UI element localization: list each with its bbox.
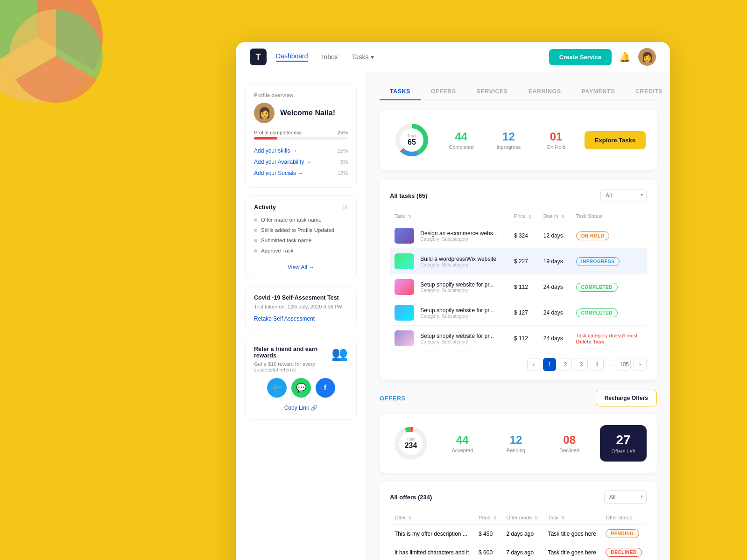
offers-filter-wrap: All Pending Accepted Declined ▾ (604, 490, 647, 504)
create-service-button[interactable]: Create Service (549, 49, 612, 65)
view-all-link[interactable]: View All → (288, 264, 314, 271)
activity-dot (254, 229, 257, 232)
pagination-page-1[interactable]: 1 (543, 358, 556, 371)
pagination-page-3[interactable]: 3 (575, 358, 588, 371)
tab-tasks[interactable]: TASKS (380, 84, 421, 100)
pagination-page-2[interactable]: 2 (559, 358, 572, 371)
offers-header-row: Offer ⇅ Price ⇅ Offer made ⇅ Task ⇅ Offe… (390, 511, 647, 525)
tab-services[interactable]: SERVICES (466, 84, 518, 100)
covid-card: Covid -19 Self-Assesment Test Test taken… (245, 287, 357, 330)
main-window: T Dashboard Inbox Tasks ▾ Create Service… (236, 42, 670, 560)
offers-table-head: Offer ⇅ Price ⇅ Offer made ⇅ Task ⇅ Offe… (390, 511, 647, 525)
offers-table-body: This is my offer description ... $ 450 2… (390, 525, 647, 560)
pagination-page-105[interactable]: 105 (618, 358, 631, 371)
task-error-text: Task category doesn't exist (576, 333, 638, 338)
offers-stats-row: Total 234 44 Accepted 12 Pending 08 (380, 414, 657, 473)
all-tasks-title: All tasks (65) (390, 192, 427, 199)
offers-donut-total-text: Total (405, 437, 417, 441)
activity-title-row: Activity ⊟ (254, 203, 348, 210)
declined-num: 08 (546, 434, 592, 447)
refer-subtitle: Get a $10 reward for every successful re… (254, 361, 331, 372)
task-price-4: $ 112 (509, 326, 539, 351)
nav-inbox[interactable]: Inbox (322, 53, 338, 61)
bell-icon[interactable]: 🔔 (619, 51, 631, 63)
stat-completed: 44 Completed (442, 130, 480, 150)
task-cell: Design an e-commerce webs... Category: S… (390, 223, 509, 249)
table-row: Setup shopify website for pr... Category… (390, 326, 647, 351)
refer-text: Refer a friend and earn rewards Get a $1… (254, 346, 331, 378)
offers-filter-select[interactable]: All Pending Accepted Declined (604, 490, 647, 504)
offers-stat-declined: 08 Declined (546, 434, 592, 453)
task-price-3: $ 127 (509, 300, 539, 326)
facebook-button[interactable]: f (316, 378, 335, 398)
add-skills-link[interactable]: Add your skills → (254, 147, 297, 154)
refer-header: Refer a friend and earn rewards Get a $1… (254, 346, 348, 378)
offer-badge-declined: DECLINED (606, 548, 641, 557)
add-availability-link[interactable]: Add your Availability → (254, 159, 311, 165)
onhold-label: On Hold (537, 144, 575, 150)
whatsapp-button[interactable]: 💬 (291, 378, 311, 398)
col-offer-price: Price ⇅ (474, 511, 501, 525)
task-info: Design an e-commerce webs... Category: S… (420, 230, 497, 242)
offers-left-label: Offers Left (610, 448, 636, 454)
tasks-filter-select[interactable]: All On Hold Inprogress Completed (600, 189, 647, 202)
nav-dashboard[interactable]: Dashboard (276, 52, 308, 62)
recharge-offers-button[interactable]: Recharge Offers (596, 390, 657, 406)
twitter-button[interactable]: 🐦 (267, 378, 287, 398)
activity-dot (254, 249, 257, 252)
delete-task-link[interactable]: Delete Task (576, 339, 642, 344)
task-due-4: 24 days (539, 326, 571, 351)
nav-actions: Create Service 🔔 👩 (549, 48, 656, 66)
copy-link-row: Copy Link 🔗 (254, 403, 348, 412)
add-socials-link[interactable]: Add your Socials → (254, 170, 303, 176)
task-category: Category: Subcategory (420, 262, 496, 267)
filter-icon[interactable]: ⊟ (342, 203, 348, 210)
refer-illustration: 👥 (331, 346, 348, 361)
status-badge-inprogress: INPROGRESS (576, 257, 620, 266)
pagination-page-4[interactable]: 4 (591, 358, 604, 371)
copy-link-button[interactable]: Copy Link 🔗 (284, 405, 318, 411)
pagination-next[interactable]: › (634, 358, 647, 371)
offer-desc-1: It has limited characters and it (390, 543, 474, 560)
pending-label: Pending (493, 448, 539, 453)
tasks-table-body: Design an e-commerce webs... Category: S… (390, 223, 647, 351)
refer-title: Refer a friend and earn rewards (254, 346, 331, 359)
declined-label: Declined (546, 448, 592, 453)
table-row: Setup shopify website for pr... Category… (390, 300, 647, 326)
refer-card: Refer a friend and earn rewards Get a $1… (245, 338, 357, 420)
activity-text-2: Submitted task name (261, 238, 311, 243)
retake-link[interactable]: Retake Self Assessment → (254, 315, 322, 322)
chevron-down-icon: ▾ (371, 53, 374, 61)
task-thumbnail (395, 305, 414, 321)
activity-item-3: Approve Task (254, 248, 348, 253)
tab-offers[interactable]: OFFERS (421, 84, 466, 100)
nav-tasks[interactable]: Tasks ▾ (352, 53, 374, 61)
avatar[interactable]: 👩 (638, 48, 656, 66)
activity-text-1: Skills added to Profile Updated (261, 227, 334, 233)
list-item: This is my offer description ... $ 450 2… (390, 525, 647, 543)
tab-credits[interactable]: CREDITS (625, 84, 670, 100)
col-offer-task: Task ⇅ (543, 511, 601, 525)
progress-bar-fill (254, 137, 277, 140)
table-row: Design an e-commerce webs... Category: S… (390, 223, 647, 249)
socials-pct: 12% (338, 170, 348, 176)
tab-payments[interactable]: PAYMENTS (571, 84, 625, 100)
offers-section-title: OFFERS (380, 395, 406, 402)
col-offer-status: Offer status (601, 511, 647, 525)
tab-earnings[interactable]: EARNINGS (518, 84, 571, 100)
task-cell: Setup shopify website for pr... Category… (390, 300, 509, 326)
task-name: Setup shopify website for pr... (420, 333, 493, 339)
status-badge-completed: COMPLETED (576, 283, 618, 292)
task-info: Setup shopify website for pr... Category… (420, 333, 493, 344)
stat-inprogress: 12 Inprogress (490, 130, 528, 150)
tasks-stats-row: Total 65 44 Completed 12 Inprogress 01 O… (380, 110, 657, 170)
table-row: Setup shopify website for pr... Category… (390, 274, 647, 300)
task-info: Setup shopify website for pr... Category… (420, 307, 493, 319)
pagination-prev[interactable]: ‹ (527, 358, 540, 371)
col-offer: Offer ⇅ (390, 511, 474, 525)
explore-tasks-button[interactable]: Explore Tasks (585, 131, 646, 149)
task-due-1: 19 days (539, 249, 571, 274)
profile-item-availability: Add your Availability → 5% (254, 156, 348, 168)
offer-made-0: 2 days ago (501, 525, 543, 543)
activity-dot (254, 239, 257, 242)
